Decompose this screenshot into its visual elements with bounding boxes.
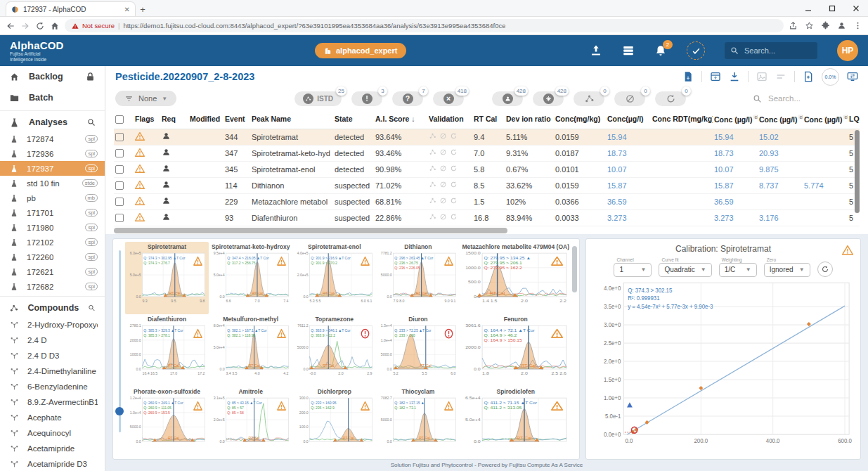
analysis-item-171701[interactable]: 171701spl — [0, 205, 105, 220]
chromatogram-chart[interactable]: 4.0e+52.0e+50.05.3 5.56.0 6.1RT CalQ: 30… — [294, 251, 374, 313]
conc-ch3-cell[interactable] — [803, 129, 848, 145]
chromatogram-chart[interactable]: 300.0200.0100.00.0RT CalQ: 233 > 160.95Q… — [294, 396, 374, 458]
validate-molecule-icon[interactable] — [429, 213, 436, 221]
column-header[interactable]: Conc (µg/l)ch2 — [758, 110, 803, 129]
maximize-button[interactable] — [820, 0, 844, 16]
row-checkbox[interactable] — [115, 181, 124, 190]
table-search[interactable] — [753, 93, 858, 103]
exclude-icon[interactable] — [439, 197, 447, 205]
download-icon[interactable] — [729, 71, 740, 82]
conc-ch2-cell[interactable]: 15.02 — [758, 129, 803, 145]
peak-name-cell[interactable]: Metazachlore metabol — [250, 193, 333, 209]
bookmark-star-icon[interactable] — [805, 21, 814, 30]
chromatogram-chart[interactable]: 2780.12000.01000.00.016.4 16.517.017.2RT… — [127, 323, 207, 385]
new-tab-button[interactable]: + — [136, 2, 150, 16]
chromatogram-chart[interactable]: 6.3e+55.0e+50.09.39.59.8RT CalQ: 374.3 >… — [127, 251, 207, 313]
list-view-icon[interactable] — [775, 71, 786, 82]
column-header[interactable]: RT Cal — [472, 110, 505, 129]
user-avatar[interactable]: HP — [837, 40, 858, 61]
peak-name-cell[interactable]: Spirotetramat-enol — [250, 161, 333, 177]
conc-ch1-cell[interactable]: 10.07 — [713, 161, 758, 177]
chromatogram-topramezone[interactable]: Topramezone7611.25000.00.0-0.02.02.9RT C… — [292, 314, 376, 387]
add-document-icon[interactable] — [803, 71, 814, 82]
reset-icon[interactable] — [450, 164, 458, 172]
conc-ch3-cell[interactable] — [803, 161, 848, 177]
tab-close-icon[interactable]: ✕ — [124, 6, 130, 13]
exclude-icon[interactable] — [439, 213, 447, 221]
chromatogram-spirotetramat-enol[interactable]: Spirotetramat-enol4.0e+52.0e+50.05.3 5.5… — [292, 242, 376, 314]
chromatogram-spirodiclofen[interactable]: Spirodiclofen6.5e+45.0e+40.0RT CalQ: 411… — [460, 387, 571, 459]
row-checkbox[interactable] — [115, 149, 124, 157]
sidebar-item-batch[interactable]: Batch — [0, 87, 105, 108]
table-row-93[interactable]: 93Diafenthiuronsuspected22.86%16.883.94%… — [114, 209, 860, 226]
chromatogram-chart[interactable]: 1500.01000.0500.00.01.4 1.52.02.2RT CalQ… — [462, 251, 569, 313]
minimize-button[interactable] — [796, 0, 820, 16]
curvefit-select[interactable]: Quadratic▼ — [659, 263, 711, 277]
chromatogram-diafenthiuron[interactable]: Diafenthiuron2780.12000.01000.00.016.4 1… — [125, 314, 209, 387]
validate-molecule-icon[interactable] — [429, 164, 436, 172]
chromatogram-chart[interactable]: 7082.75000.00.0RT CalQ: 182 > 137.15 ▲Q:… — [378, 396, 458, 458]
row-checkbox[interactable] — [115, 165, 124, 174]
conc-ch1-cell[interactable]: 3.273 — [713, 209, 758, 226]
validate-molecule-icon[interactable] — [429, 148, 436, 156]
chromatogram-dichlorprop[interactable]: Dichlorprop300.0200.0100.00.0RT CalQ: 23… — [292, 387, 376, 459]
chromatogram-scrollbar[interactable] — [572, 246, 577, 292]
chromatogram-phorate-oxon-sulfoxide[interactable]: Phorate-oxon-sulfoxide1.2e+41.0e+45000.0… — [125, 387, 209, 459]
chromatogram-chart[interactable]: 3.1e+52.0e+50.0RT CalQ: 85 > 43.15 ▲T Co… — [211, 396, 290, 458]
reset-icon[interactable] — [450, 197, 458, 205]
exclude-icon[interactable] — [439, 181, 447, 188]
validation-status-button[interactable] — [687, 41, 705, 60]
table-search-input[interactable] — [767, 93, 844, 103]
chromatogram-metsulfuron-methyl[interactable]: Metsulfuron-methyl8.0e+45.0e+40.03.4 3.5… — [209, 314, 292, 387]
sidebar-item-backlog[interactable]: Backlog — [0, 66, 105, 87]
table-row-345[interactable]: 345Spirotetramat-enoldetected90.98%5.80.… — [114, 161, 860, 177]
conc-ugl-cell[interactable]: 10.07 — [606, 161, 651, 177]
peak-name-cell[interactable]: Spirotetramat — [250, 129, 333, 145]
table-row-114[interactable]: 114Dithianonsuspected71.02%8.533.62%0.01… — [114, 177, 860, 193]
compound-item[interactable]: Acetamipride D3 — [0, 456, 105, 471]
global-search-input[interactable] — [743, 46, 806, 56]
conc-ch3-cell[interactable] — [803, 193, 848, 209]
reset-icon[interactable] — [450, 213, 458, 221]
global-search[interactable] — [725, 42, 817, 59]
filter-chip-excluded[interactable]: ×418 — [433, 91, 464, 106]
analysis-item-172260[interactable]: 172260spl — [0, 250, 105, 264]
column-header[interactable]: Conc(mg/kg) — [554, 110, 606, 129]
conc-ch2-cell[interactable] — [758, 193, 803, 209]
share-icon[interactable] — [789, 21, 798, 30]
workspace-badge[interactable]: alphacod_expert — [315, 43, 406, 58]
back-icon[interactable] — [6, 21, 15, 31]
upload-icon[interactable] — [590, 44, 602, 57]
peak-name-cell[interactable]: Diafenthiuron — [250, 209, 333, 226]
url-field[interactable]: Not secure | https://demo1.fujitsu.cod-c… — [65, 19, 784, 32]
column-header[interactable]: LQ(µg/l) — [848, 110, 860, 129]
chromatogram-spirotetramat-keto-hydroxy[interactable]: Spirotetramat-keto-hydroxy9.5e+45.0e+40.… — [209, 242, 292, 314]
image-icon[interactable] — [756, 71, 767, 82]
extensions-icon[interactable] — [821, 21, 830, 30]
queue-list-icon[interactable] — [622, 44, 635, 57]
conc-ch3-cell[interactable] — [803, 209, 848, 226]
slider-handle[interactable] — [115, 407, 124, 415]
analysis-item-172621[interactable]: 172621spl — [0, 264, 105, 279]
search-analyses-icon[interactable] — [87, 118, 96, 127]
column-header[interactable]: Peak Name — [250, 110, 333, 129]
chromatogram-spirotetramat[interactable]: Spirotetramat6.3e+55.0e+50.09.39.59.8RT … — [125, 242, 209, 314]
chromatogram-chart[interactable]: 7781.25000.00.07.9 8.09.0 9.1RT CalQ: 29… — [378, 251, 458, 313]
conc-ugl-cell[interactable]: 36.59 — [606, 193, 651, 209]
reset-icon[interactable] — [450, 132, 458, 140]
compound-item[interactable]: 2-Hydroxy-Propoxycar... — [0, 317, 105, 333]
channel-select[interactable]: 1▼ — [614, 263, 652, 277]
compound-item[interactable]: 6-Benzyladenine — [0, 379, 105, 394]
row-checkbox[interactable] — [115, 214, 124, 222]
chromatogram-fenuron[interactable]: Fenuron3061.62000.00.01.82.02.5 2.6RT Ca… — [460, 314, 571, 387]
compound-item[interactable]: 2.4-Dimethylaniline — [0, 363, 105, 379]
row-checkbox[interactable] — [115, 133, 124, 141]
filter-chip-alert[interactable]: 428 — [533, 91, 564, 106]
weighting-select[interactable]: 1/C▼ — [719, 263, 757, 277]
filter-chip-empty[interactable]: 0 — [614, 91, 645, 106]
filter-chip-istd[interactable]: ISTD25 — [294, 91, 342, 106]
conc-ugl-cell[interactable]: 3.273 — [606, 209, 651, 226]
conc-ch2-cell[interactable]: 9.875 — [758, 161, 803, 177]
conc-ch1-cell[interactable]: 18.73 — [713, 145, 758, 161]
search-compounds-icon[interactable] — [88, 304, 96, 312]
